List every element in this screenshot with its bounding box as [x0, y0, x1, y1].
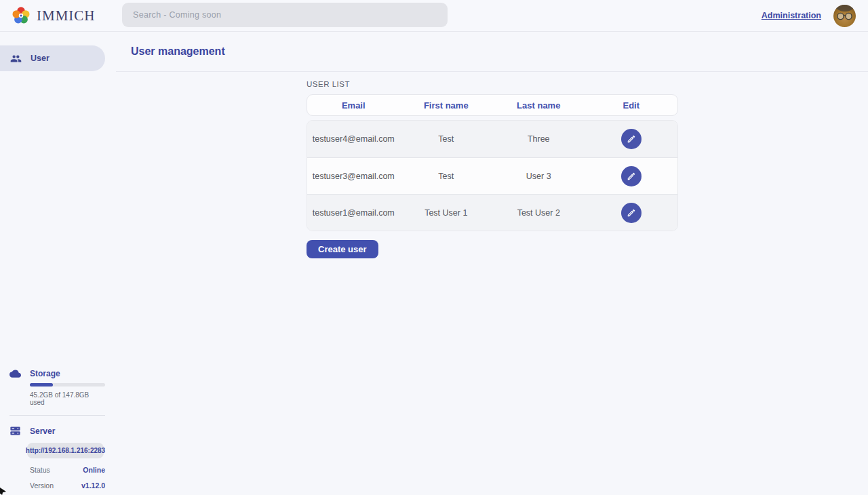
cell-email: testuser3@email.com	[307, 172, 400, 181]
status-value: Online	[83, 466, 105, 474]
sidebar-item-user[interactable]: User	[0, 45, 105, 71]
cell-first-name: Test User 1	[400, 208, 493, 218]
column-header-email: Email	[307, 100, 400, 111]
sidebar-divider	[9, 415, 105, 416]
version-label: Version	[30, 481, 54, 490]
pencil-icon	[627, 172, 636, 181]
sidebar-status-panel: Storage 45.2GB of 147.8GB used	[0, 369, 116, 490]
top-bar: IMMICH Administration	[0, 0, 868, 32]
storage-title: Storage	[30, 369, 60, 378]
cell-edit	[585, 166, 678, 186]
cell-email: testuser4@email.com	[307, 134, 400, 144]
sidebar-item-label: User	[31, 54, 50, 63]
user-group-icon	[10, 53, 22, 64]
cell-edit	[585, 129, 678, 149]
table-row: testuser4@email.com Test Three	[307, 121, 677, 157]
immich-logo-icon	[11, 5, 31, 26]
cell-last-name: Test User 2	[492, 208, 585, 218]
server-version-row: Version v1.12.0	[30, 481, 105, 490]
page-title: User management	[131, 45, 225, 58]
cell-first-name: Test	[400, 172, 493, 181]
cloud-icon	[9, 370, 21, 378]
user-list-label: USER LIST	[307, 80, 868, 88]
cell-last-name: User 3	[492, 172, 585, 181]
page-header: User management	[116, 32, 868, 72]
cell-email: testuser1@email.com	[307, 208, 400, 218]
create-user-button[interactable]: Create user	[307, 240, 378, 258]
column-header-last-name: Last name	[492, 100, 585, 111]
server-title: Server	[30, 427, 55, 436]
search-input[interactable]	[122, 3, 448, 27]
pencil-icon	[627, 208, 636, 218]
version-value: v1.12.0	[81, 481, 105, 490]
glasses-icon	[836, 12, 853, 20]
main-content: User management USER LIST Email First na…	[116, 32, 868, 495]
table-row: testuser1@email.com Test User 1 Test Use…	[307, 194, 677, 231]
table-row: testuser3@email.com Test User 3	[307, 157, 677, 194]
storage-progress-fill	[30, 383, 53, 387]
edit-user-button[interactable]	[621, 129, 642, 149]
column-header-first-name: First name	[400, 100, 493, 111]
cell-first-name: Test	[400, 134, 493, 144]
server-url-badge: http://192.168.1.216:2283	[27, 443, 104, 458]
edit-user-button[interactable]	[621, 203, 642, 223]
pencil-icon	[627, 134, 636, 144]
brand[interactable]: IMMICH	[11, 5, 96, 26]
cell-edit	[585, 203, 678, 223]
brand-name: IMMICH	[37, 7, 96, 24]
status-label: Status	[30, 466, 50, 474]
user-table: Email First name Last name Edit testuser…	[307, 94, 678, 231]
edit-user-button[interactable]	[621, 166, 642, 186]
administration-link[interactable]: Administration	[762, 11, 821, 20]
server-icon	[9, 425, 21, 437]
user-avatar[interactable]	[833, 5, 856, 27]
storage-usage-text: 45.2GB of 147.8GB used	[30, 391, 105, 406]
table-body: testuser4@email.com Test Three testuser3…	[307, 120, 678, 231]
storage-progress-track	[30, 383, 105, 387]
server-status-row: Status Online	[30, 466, 105, 474]
cell-last-name: Three	[492, 134, 585, 144]
column-header-edit: Edit	[585, 100, 678, 111]
sidebar: User Storage 45.2GB of 147.8GB used	[0, 32, 116, 495]
table-header-row: Email First name Last name Edit	[307, 94, 678, 116]
